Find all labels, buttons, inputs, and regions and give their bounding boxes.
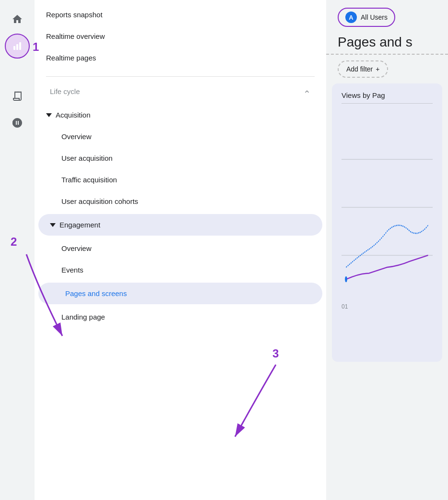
engagement-header[interactable]: Engagement <box>38 214 322 236</box>
realtime-pages-item[interactable]: Realtime pages <box>35 47 326 69</box>
engagement-label: Engagement <box>59 221 100 229</box>
reports-snapshot-label: Reports snapshot <box>46 11 103 19</box>
events-item[interactable]: Events <box>35 259 326 281</box>
chart-area: Views by Pag 01 <box>332 83 442 362</box>
landing-page-item[interactable]: Landing page <box>35 306 326 328</box>
svg-rect-1 <box>16 44 18 50</box>
chart-axis-label: 01 <box>342 303 348 310</box>
pages-and-screens-item[interactable]: Pages and screens <box>38 283 322 304</box>
content-header: A All Users <box>326 0 448 35</box>
user-acquisition-label: User acquisition <box>61 154 113 162</box>
acquisition-triangle-icon <box>46 113 52 117</box>
user-acquisition-item[interactable]: User acquisition <box>35 147 326 169</box>
user-acquisition-cohorts-item[interactable]: User acquisition cohorts <box>35 190 326 212</box>
user-avatar: A <box>345 12 357 23</box>
add-filter-label: Add filter <box>346 65 373 73</box>
add-filter-button[interactable]: Add filter + <box>338 60 388 78</box>
icon-bar <box>0 0 35 500</box>
user-acquisition-cohorts-label: User acquisition cohorts <box>61 197 138 205</box>
nav-top-items: Reports snapshot Realtime overview Realt… <box>35 0 326 72</box>
acquisition-header[interactable]: Acquisition <box>35 104 326 126</box>
landing-page-label: Landing page <box>61 313 105 321</box>
analytics-nav-item[interactable] <box>6 35 29 58</box>
analytics-icon <box>12 40 23 52</box>
user-avatar-letter: A <box>349 14 353 21</box>
reports-icon <box>12 90 23 102</box>
nav-panel: Reports snapshot Realtime overview Realt… <box>35 0 326 500</box>
signals-nav-item[interactable] <box>6 111 29 134</box>
acquisition-overview-label: Overview <box>61 132 92 141</box>
acquisition-label: Acquisition <box>56 111 91 119</box>
page-title: Pages and s <box>326 35 448 55</box>
chart-title: Views by Pag <box>332 83 442 103</box>
engagement-overview-label: Overview <box>61 244 92 252</box>
home-icon <box>12 13 23 25</box>
traffic-acquisition-item[interactable]: Traffic acquisition <box>35 169 326 190</box>
user-chip[interactable]: A All Users <box>338 8 395 27</box>
svg-rect-2 <box>19 42 21 50</box>
chart-content <box>332 111 442 303</box>
pages-and-screens-label: Pages and screens <box>65 289 127 298</box>
content-panel: A All Users Pages and s Add filter + Vie… <box>326 0 448 500</box>
acquisition-overview-item[interactable]: Overview <box>35 126 326 147</box>
lifecycle-label: Life cycle <box>50 87 80 95</box>
chart-divider <box>342 103 433 104</box>
signals-icon <box>12 117 23 129</box>
nav-divider <box>46 76 315 77</box>
realtime-overview-item[interactable]: Realtime overview <box>35 25 326 47</box>
user-chip-label: All Users <box>361 13 388 21</box>
svg-rect-0 <box>13 46 15 50</box>
realtime-pages-label: Realtime pages <box>46 54 96 62</box>
realtime-overview-label: Realtime overview <box>46 32 105 40</box>
chart-svg <box>342 111 433 303</box>
home-nav-item[interactable] <box>6 8 29 31</box>
reports-snapshot-item[interactable]: Reports snapshot <box>35 4 326 25</box>
lifecycle-section-header[interactable]: Life cycle <box>38 81 322 102</box>
chevron-up-icon <box>303 88 311 95</box>
add-filter-plus-icon: + <box>376 65 379 73</box>
traffic-acquisition-label: Traffic acquisition <box>61 176 117 184</box>
chart-axis: 01 <box>332 303 442 310</box>
events-label: Events <box>61 266 83 274</box>
engagement-triangle-icon <box>50 223 56 227</box>
reports-nav-item[interactable] <box>6 84 29 107</box>
engagement-overview-item[interactable]: Overview <box>35 238 326 259</box>
svg-point-6 <box>345 276 347 283</box>
